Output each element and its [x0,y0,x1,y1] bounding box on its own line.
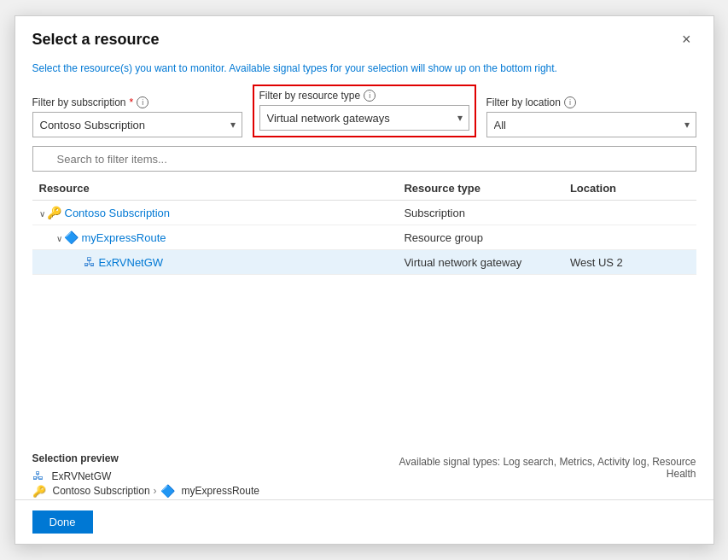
resource-icon-gateway: 🖧 [84,255,96,269]
table-cell-location [563,201,696,225]
resource-type-filter-group: Filter by resource type i Virtual networ… [253,85,476,137]
table-cell-type: Virtual network gateway [397,250,563,275]
resource-type-select-wrapper: Virtual network gateways [259,105,469,131]
location-filter-group: Filter by location i All [486,96,696,137]
selection-preview-section: Selection preview 🖧 ExRVNetGW 🔑 Contoso … [15,442,713,499]
filters-row: Filter by subscription * i Contoso Subsc… [32,85,696,137]
dialog-action-bar: Done [15,499,713,544]
preview-item-gateway: 🖧 ExRVNetGW [32,470,259,482]
chevron-icon[interactable]: ∨ [39,209,45,219]
resource-name[interactable]: Contoso Subscription [65,207,171,219]
resource-type-filter-label: Filter by resource type i [259,90,469,102]
location-select-wrapper: All [486,112,696,137]
resource-type-info-icon[interactable]: i [364,90,376,102]
subscription-select-wrapper: Contoso Subscription [32,112,242,137]
resource-table-container: Resource Resource type Location ∨ 🔑Conto… [32,177,696,442]
preview-rg-icon: 🔷 [160,484,175,498]
search-row: 🔍 [32,146,696,172]
breadcrumb-separator: › [154,485,157,497]
table-row[interactable]: ∨ 🔑Contoso SubscriptionSubscription [32,201,696,225]
search-input[interactable] [32,146,696,172]
subscription-select[interactable]: Contoso Subscription [32,112,242,137]
subscription-filter-label: Filter by subscription * i [32,96,242,108]
preview-gateway-name: ExRVNetGW [52,470,112,482]
preview-gateway-icon: 🖧 [32,470,44,482]
resource-type-select[interactable]: Virtual network gateways [259,105,469,131]
location-filter-label: Filter by location i [486,96,696,108]
table-cell-resource: 🖧ExRVNetGW [32,250,398,275]
table-cell-location [563,225,696,250]
table-row[interactable]: 🖧ExRVNetGWVirtual network gatewayWest US… [32,250,696,275]
resource-icon-subscription: 🔑 [47,206,61,219]
col-header-location: Location [563,177,696,201]
preview-rg-name: myExpressRoute [182,485,259,497]
resource-name[interactable]: myExpressRoute [82,231,166,244]
table-header: Resource Resource type Location [32,177,696,201]
resource-icon-resourcegroup: 🔷 [64,230,79,244]
table-cell-resource: ∨ 🔷myExpressRoute [32,225,398,250]
preview-subscription-name: Contoso Subscription [53,485,150,497]
resource-table-body: ∨ 🔑Contoso SubscriptionSubscription∨ 🔷my… [32,201,696,275]
preview-breadcrumb: 🔑 Contoso Subscription › 🔷 myExpressRout… [32,484,259,498]
search-wrapper: 🔍 [32,146,696,172]
close-button[interactable]: × [677,30,696,49]
preview-subscription-icon: 🔑 [32,485,46,498]
table-cell-resource: ∨ 🔑Contoso Subscription [32,201,398,225]
col-header-resource: Resource [32,177,398,201]
dialog-title: Select a resource [32,31,160,49]
resource-table: Resource Resource type Location ∨ 🔑Conto… [32,177,696,275]
select-resource-dialog: Select a resource × Select the resource(… [15,15,714,545]
dialog-body: Select the resource(s) you want to monit… [15,55,713,442]
location-select[interactable]: All [486,112,696,137]
signal-types-info: Available signal types: Log search, Metr… [372,452,696,480]
chevron-icon[interactable]: ∨ [56,234,62,243]
info-text: Select the resource(s) you want to monit… [32,62,696,74]
col-header-type: Resource type [397,177,563,201]
location-info-icon[interactable]: i [564,96,576,108]
table-cell-location: West US 2 [563,250,696,275]
dialog-header: Select a resource × [15,16,713,55]
subscription-info-icon[interactable]: i [137,96,149,108]
table-cell-type: Resource group [397,225,563,250]
subscription-filter-group: Filter by subscription * i Contoso Subsc… [32,96,242,137]
table-cell-type: Subscription [397,201,563,225]
table-row[interactable]: ∨ 🔷myExpressRouteResource group [32,225,696,250]
selection-preview-label: Selection preview [32,452,259,464]
done-button[interactable]: Done [32,510,93,534]
resource-name[interactable]: ExRVNetGW [99,256,164,269]
